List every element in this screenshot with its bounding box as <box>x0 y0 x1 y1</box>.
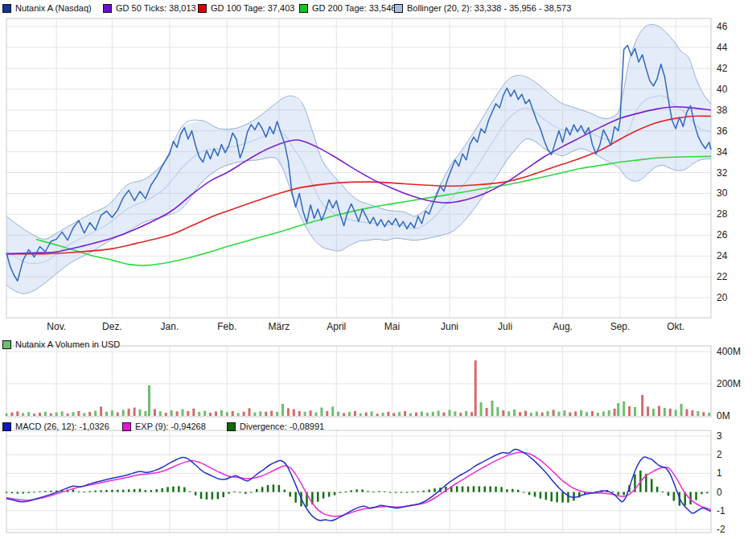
macd-panel[interactable] <box>6 430 711 533</box>
legend-label: Divergence: -0,08991 <box>240 422 324 431</box>
divergence-histogram <box>6 471 709 507</box>
svg-text:34: 34 <box>717 146 728 158</box>
svg-text:Juli: Juli <box>498 321 512 332</box>
svg-text:42: 42 <box>717 63 728 74</box>
svg-text:20: 20 <box>717 292 728 303</box>
svg-text:April: April <box>327 321 346 332</box>
svg-text:26: 26 <box>717 229 728 241</box>
svg-text:44: 44 <box>717 42 728 53</box>
svg-text:30: 30 <box>717 187 728 199</box>
svg-text:22: 22 <box>717 271 728 282</box>
svg-text:2: 2 <box>717 449 722 460</box>
divergence-swatch-icon <box>227 422 236 431</box>
volume-chart-legend: Nutanix A Volumen in USD <box>0 338 756 352</box>
price-axis-labels: 4644424038363432302826242220 <box>717 21 728 303</box>
svg-text:0: 0 <box>717 487 722 498</box>
price-chart-panel[interactable] <box>6 19 711 318</box>
svg-text:38: 38 <box>717 105 728 116</box>
svg-text:1: 1 <box>717 467 722 479</box>
svg-text:36: 36 <box>717 125 728 137</box>
legend-item-volume: Nutanix A Volumen in USD <box>2 338 120 351</box>
volume-axis-labels: 400M200M0M <box>717 346 741 422</box>
legend-item-macd: MACD (26, 12): -1,0326 <box>2 420 109 433</box>
volume-panel[interactable] <box>6 346 712 417</box>
volume-bars <box>6 360 711 416</box>
svg-text:Okt.: Okt. <box>667 321 684 332</box>
macd-swatch-icon <box>2 422 11 431</box>
exp-swatch-icon <box>122 422 131 431</box>
chart-window: Nutanix A (Nasdaq) GD 50 Ticks: 38,013 G… <box>0 0 756 539</box>
legend-label: EXP (9): -0,94268 <box>135 422 206 431</box>
svg-text:46: 46 <box>717 21 728 32</box>
macd-axis-labels: 3210-1-2 <box>717 430 725 535</box>
legend-item-divergence: Divergence: -0,08991 <box>227 420 324 433</box>
svg-text:Nov.: Nov. <box>47 321 66 332</box>
svg-text:Jan.: Jan. <box>161 321 179 332</box>
svg-text:40: 40 <box>717 84 728 95</box>
svg-text:Feb.: Feb. <box>217 321 236 332</box>
svg-text:32: 32 <box>717 167 728 179</box>
svg-text:Dez.: Dez. <box>102 321 122 332</box>
legend-label: MACD (26, 12): -1,0326 <box>15 422 109 431</box>
svg-text:-1: -1 <box>717 505 725 516</box>
svg-text:24: 24 <box>717 250 728 261</box>
svg-text:Aug.: Aug. <box>553 321 573 332</box>
svg-text:200M: 200M <box>717 378 741 389</box>
svg-text:Juni: Juni <box>441 321 458 332</box>
charts-canvas[interactable]: 4644424038363432302826242220Nov.Dez.Jan.… <box>0 0 756 539</box>
svg-text:Sep.: Sep. <box>610 321 631 332</box>
macd-chart-legend: MACD (26, 12): -1,0326 EXP (9): -0,94268… <box>0 420 756 434</box>
volume-swatch-icon <box>2 340 11 349</box>
svg-text:März: März <box>269 321 290 332</box>
svg-text:-2: -2 <box>717 524 725 535</box>
month-axis-labels: Nov.Dez.Jan.Feb.MärzAprilMaiJuniJuliAug.… <box>47 321 684 332</box>
legend-label: Nutanix A Volumen in USD <box>15 339 120 349</box>
legend-item-exp: EXP (9): -0,94268 <box>122 420 206 433</box>
svg-text:Mai: Mai <box>384 321 400 332</box>
svg-text:28: 28 <box>717 208 728 220</box>
